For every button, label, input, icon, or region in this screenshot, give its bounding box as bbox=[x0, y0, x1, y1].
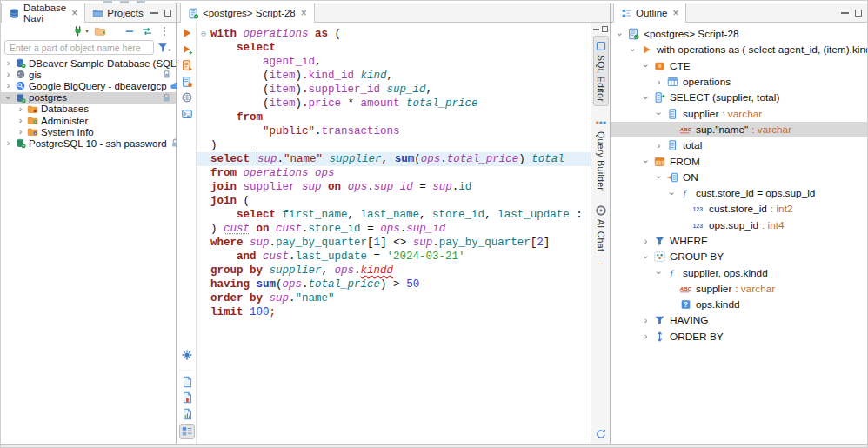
outline-item-total[interactable]: ›total bbox=[611, 137, 868, 153]
chevron-down-icon[interactable]: › bbox=[4, 94, 12, 102]
chevron-right-icon[interactable]: › bbox=[4, 139, 12, 147]
execute-statement-button[interactable] bbox=[181, 27, 193, 39]
code-line[interactable]: ) bbox=[197, 138, 591, 152]
outline-item-sup-name[interactable]: ABCsup."name" : varchar bbox=[611, 122, 868, 137]
outline-item-order-by[interactable]: ›ORDER BY bbox=[611, 329, 868, 344]
outline-item-supplier[interactable]: ABCsupplier : varchar bbox=[611, 281, 868, 297]
tab-outline[interactable]: Outline × bbox=[613, 3, 686, 23]
filter-input[interactable] bbox=[4, 40, 154, 55]
code-line[interactable]: from operations ops bbox=[197, 166, 591, 180]
chevron-down-icon[interactable]: › bbox=[642, 62, 650, 70]
maximize-icon[interactable] bbox=[855, 10, 862, 17]
filter-settings-button[interactable] bbox=[157, 42, 173, 54]
outline-item-postgres-script-28[interactable]: ›<postgres> Script-28 bbox=[611, 26, 868, 42]
chevron-down-icon[interactable]: › bbox=[642, 253, 650, 261]
sql-terminal-button[interactable] bbox=[181, 108, 193, 120]
code-line[interactable]: (item).price * amount total_price bbox=[197, 97, 591, 110]
collapse-all-button[interactable] bbox=[124, 25, 136, 37]
navigator-item-postgres[interactable]: ›postgres bbox=[1, 92, 176, 104]
outline-item-cust-store-id-ops-sup-id[interactable]: ›fcust.store_id = ops.sup_id bbox=[611, 185, 868, 201]
load-script-button[interactable] bbox=[181, 376, 193, 388]
code-area[interactable]: ⊖with operations as ( select agent_id, (… bbox=[197, 23, 591, 444]
navigator-item-system-info[interactable]: ›System Info bbox=[1, 126, 176, 137]
code-line[interactable]: having sum(ops.total_price) > 50 bbox=[197, 277, 591, 291]
chevron-right-icon[interactable]: › bbox=[17, 117, 24, 124]
chevron-down-icon[interactable]: › bbox=[655, 110, 663, 117]
chevron-right-icon[interactable]: › bbox=[17, 105, 24, 113]
chevron-down-icon[interactable]: › bbox=[668, 190, 676, 197]
chevron-right-icon[interactable]: › bbox=[655, 78, 663, 86]
chevron-right-icon[interactable]: › bbox=[642, 332, 650, 340]
save-script-button[interactable] bbox=[181, 391, 193, 404]
outline-item-ops-kindd[interactable]: ?ops.kindd bbox=[611, 297, 868, 312]
outline-item-cust-store-id[interactable]: 123cust.store_id : int2 bbox=[611, 201, 868, 217]
chevron-down-icon[interactable]: › bbox=[655, 173, 663, 181]
refresh-button[interactable] bbox=[595, 428, 607, 440]
outline-item-having[interactable]: ›HAVING bbox=[611, 312, 868, 328]
chevron-right-icon[interactable]: › bbox=[655, 142, 663, 150]
navigator-item-administer[interactable]: ›Administer bbox=[1, 115, 176, 126]
minimize-icon[interactable] bbox=[150, 12, 158, 14]
outline-item-on[interactable]: ›ON bbox=[611, 170, 868, 185]
code-line[interactable]: order by sup."name" bbox=[197, 291, 591, 305]
execute-script-button[interactable] bbox=[181, 59, 193, 71]
code-line[interactable]: ⊖with operations as ( bbox=[197, 27, 591, 41]
code-line[interactable]: select first_name, last_name, store_id, … bbox=[197, 208, 591, 222]
code-line[interactable]: (item).supplier_id sup_id, bbox=[197, 83, 591, 97]
outline-item-supplier-ops-kindd[interactable]: ›fsupplier, ops.kindd bbox=[611, 264, 868, 280]
close-icon[interactable]: × bbox=[672, 7, 678, 19]
side-tab-ai-chat[interactable]: AI Chat bbox=[594, 201, 608, 255]
chevron-right-icon[interactable]: › bbox=[4, 59, 12, 67]
fold-minus-icon[interactable]: ⊖ bbox=[197, 28, 210, 42]
navigator-item-dbeaver-sample-database-sqlite[interactable]: ›DBeaver Sample Database (SQLite) bbox=[1, 57, 176, 69]
toggle-panels-button[interactable] bbox=[179, 424, 195, 439]
side-tab-query-builder[interactable]: Query Builder bbox=[594, 113, 608, 194]
code-line[interactable]: from bbox=[197, 110, 591, 124]
code-line[interactable]: select sup."name" supplier, sum(ops.tota… bbox=[197, 152, 591, 166]
chevron-right-icon[interactable]: › bbox=[17, 128, 24, 136]
chevron-right-icon[interactable]: › bbox=[4, 82, 12, 90]
navigator-item-gis[interactable]: ›gis bbox=[1, 69, 176, 80]
execute-script-new-button[interactable] bbox=[181, 76, 193, 88]
side-tab-sql-editor[interactable]: SQL Editor bbox=[593, 36, 609, 106]
outline-item-from[interactable]: ›FROM bbox=[611, 153, 868, 169]
close-icon[interactable]: × bbox=[71, 7, 77, 19]
minimize-icon[interactable] bbox=[841, 12, 849, 14]
navigator-item-databases[interactable]: ›Databases bbox=[1, 104, 176, 115]
chevron-right-icon[interactable]: › bbox=[4, 70, 12, 78]
chevron-down-icon[interactable]: › bbox=[629, 46, 637, 54]
execute-new-tab-button[interactable] bbox=[181, 43, 193, 56]
outline-item-ops-sup-id[interactable]: 123ops.sup_id : int4 bbox=[611, 217, 868, 233]
outline-item-cte[interactable]: ›CTE bbox=[611, 58, 868, 74]
tab-projects[interactable]: Projects bbox=[85, 3, 150, 22]
outline-item-operations[interactable]: ›operations bbox=[611, 74, 868, 90]
editor-settings-button[interactable] bbox=[181, 349, 193, 361]
new-connection-button[interactable]: ▾ bbox=[72, 25, 89, 37]
chevron-right-icon[interactable]: › bbox=[642, 237, 650, 245]
code-line[interactable]: where sup.pay_by_quarter[1] <> sup.pay_b… bbox=[197, 236, 591, 250]
link-with-editor-button[interactable] bbox=[141, 25, 153, 37]
new-connection-folder-button[interactable] bbox=[94, 25, 106, 37]
maximize-icon[interactable] bbox=[602, 26, 608, 32]
navigator-item-postgresql-10-ssh-password[interactable]: ›PostgreSQL 10 - ssh password bbox=[1, 137, 176, 149]
navigator-item-google-bigquery-dbeavergcp[interactable]: ›Google BigQuery - dbeavergcp bbox=[1, 80, 176, 91]
outline-item-supplier[interactable]: ›supplier : varchar bbox=[611, 105, 868, 121]
code-line[interactable]: join ( bbox=[197, 194, 591, 208]
chevron-down-icon[interactable]: › bbox=[642, 94, 650, 102]
close-icon[interactable]: × bbox=[301, 7, 307, 19]
chevron-down-icon[interactable]: › bbox=[616, 30, 624, 38]
code-line[interactable]: join supplier sup on ops.sup_id = sup.id bbox=[197, 180, 591, 194]
outline-item-select-supplier-total[interactable]: ›SELECT (supplier, total) bbox=[611, 90, 868, 105]
minimize-icon[interactable] bbox=[593, 29, 599, 30]
code-line[interactable]: limit 100; bbox=[197, 305, 591, 319]
chevron-down-icon[interactable]: › bbox=[655, 269, 663, 277]
code-line[interactable]: ) cust on cust.store_id = ops.sup_id bbox=[197, 222, 591, 236]
code-line[interactable]: select bbox=[197, 41, 591, 55]
outline-item-group-by[interactable]: ›GROUP BY bbox=[611, 249, 868, 264]
chevron-down-icon[interactable]: › bbox=[642, 157, 650, 165]
outline-item-with-operations-as-select-agent-id-item-[interactable]: ›with operations as ( select agent_id, (… bbox=[611, 42, 868, 57]
outline-item-where[interactable]: ›WHERE bbox=[611, 233, 868, 249]
view-menu-button[interactable] bbox=[158, 25, 170, 37]
code-line[interactable]: group by supplier, ops.kindd bbox=[197, 264, 591, 277]
code-line[interactable]: (item).kind_id kind, bbox=[197, 69, 591, 83]
